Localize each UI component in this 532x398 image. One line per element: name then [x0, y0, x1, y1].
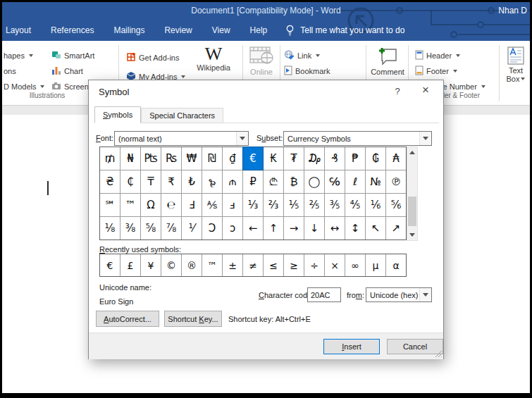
symbol-cell[interactable]: ₼	[223, 170, 242, 193]
symbol-cell[interactable]: Ⅎ	[182, 194, 202, 216]
recent-symbol-cell[interactable]: ©	[161, 254, 181, 276]
ribbon-tab[interactable]: Layout	[2, 20, 41, 41]
symbol-cell[interactable]: €	[243, 147, 263, 170]
symbol-cell[interactable]: ₩	[182, 147, 202, 170]
font-select[interactable]: (normal text)	[114, 131, 249, 146]
symbol-cell[interactable]: ◯	[304, 170, 324, 193]
symbol-cell[interactable]: ⅝	[141, 217, 161, 240]
symbol-cell[interactable]: ₰	[325, 147, 345, 170]
recent-symbol-cell[interactable]: µ	[366, 254, 385, 276]
symbol-cell[interactable]: ↓	[304, 217, 324, 240]
footer-button[interactable]: Footer	[415, 66, 457, 77]
symbol-cell[interactable]: ₲	[366, 147, 385, 170]
recent-symbol-cell[interactable]: ÷	[304, 254, 324, 276]
symbol-cell[interactable]: ™	[120, 194, 140, 216]
symbol-cell[interactable]: ₵	[120, 170, 140, 193]
symbol-cell[interactable]: ←	[243, 217, 263, 240]
symbol-cell[interactable]: ₹	[161, 170, 181, 193]
symbol-cell[interactable]: ↖	[366, 217, 385, 240]
text-box-button[interactable]: Text Box	[502, 46, 530, 83]
symbol-cell[interactable]: ₮	[284, 147, 304, 170]
chart-button[interactable]: Chart	[51, 66, 83, 77]
wikipedia-button[interactable]: W Wikipedia	[191, 45, 236, 72]
symbol-cell[interactable]: ⅛	[100, 217, 120, 240]
shortcut-key-button[interactable]: Shortcut Key...	[164, 311, 222, 327]
comment-button[interactable]: Comment	[369, 45, 407, 76]
symbol-cell[interactable]: ℗	[386, 170, 406, 193]
symbol-cell[interactable]: ℮	[161, 194, 181, 216]
symbol-cell[interactable]: ℓ	[345, 170, 365, 193]
symbol-cell[interactable]: ⅘	[345, 194, 365, 216]
scrollbar-thumb[interactable]	[408, 197, 416, 226]
symbol-cell[interactable]: ⅚	[386, 194, 406, 216]
from-select[interactable]: Unicode (hex)	[366, 287, 432, 302]
symbol-cell[interactable]: ₱	[345, 147, 365, 170]
symbol-cell[interactable]: ₽	[243, 170, 263, 193]
tab-special-characters[interactable]: Special Characters	[141, 108, 223, 123]
symbol-cell[interactable]: ₦	[120, 147, 140, 170]
symbol-cell[interactable]: ₨	[161, 147, 181, 170]
close-button[interactable]: ×	[419, 83, 433, 97]
symbol-cell[interactable]: ⅖	[304, 194, 324, 216]
account-name[interactable]: Nhan D	[498, 6, 527, 15]
recent-symbol-cell[interactable]: €	[100, 254, 120, 276]
recent-symbol-cell[interactable]: £	[120, 254, 140, 276]
insert-button[interactable]: Insert	[323, 339, 380, 354]
recent-symbol-cell[interactable]: ™	[202, 254, 222, 276]
symbol-cell[interactable]: ₭	[264, 147, 283, 170]
symbol-cell[interactable]: ⅙	[366, 194, 385, 216]
ribbon-tab[interactable]: View	[202, 20, 240, 41]
resize-grip[interactable]	[434, 349, 443, 358]
tell-me-box[interactable]: Tell me what you want to do	[300, 25, 404, 35]
symbol-cell[interactable]: ⅞	[161, 217, 181, 240]
symbol-cell[interactable]: ℠	[100, 194, 120, 216]
symbol-cell[interactable]: ↑	[264, 217, 283, 240]
autocorrect-button[interactable]: AutoCorrect...	[96, 311, 159, 327]
symbol-cell[interactable]: ℅	[325, 170, 345, 193]
help-button[interactable]: ?	[392, 86, 403, 97]
ribbon-tab[interactable]: References	[41, 20, 104, 41]
symbol-cell[interactable]: ⅜	[120, 217, 140, 240]
icons-button[interactable]: ons	[4, 66, 16, 77]
symbol-cell[interactable]: ₻	[202, 170, 222, 193]
symbol-cell[interactable]: ₿	[284, 170, 304, 193]
symbol-cell[interactable]: ₸	[141, 170, 161, 193]
symbol-cell[interactable]: ₧	[141, 147, 161, 170]
symbol-cell[interactable]: ₾	[264, 170, 283, 193]
recent-symbol-cell[interactable]: α	[386, 254, 406, 276]
symbol-cell[interactable]: ↗	[386, 217, 406, 240]
get-add-ins-button[interactable]: Get Add-ins	[126, 52, 179, 63]
symbol-cell[interactable]: ⅎ	[223, 194, 242, 216]
symbol-cell[interactable]: ⅕	[284, 194, 304, 216]
symbol-cell[interactable]: Ↄ	[202, 217, 222, 240]
recent-symbol-cell[interactable]: ×	[325, 254, 345, 276]
symbol-cell[interactable]: ⅓	[243, 194, 263, 216]
link-button[interactable]: Link	[284, 50, 320, 61]
symbol-cell[interactable]: →	[284, 217, 304, 240]
symbol-cell[interactable]: ⅗	[325, 194, 345, 216]
recent-symbol-cell[interactable]: ≥	[284, 254, 304, 276]
tab-symbols[interactable]: Symbols	[94, 106, 141, 123]
character-code-input[interactable]	[307, 287, 341, 302]
recent-symbol-cell[interactable]: ≠	[243, 254, 263, 276]
symbol-cell[interactable]: ₪	[202, 147, 222, 170]
symbol-cell[interactable]: ₺	[182, 170, 202, 193]
online-video-button[interactable]: Online	[245, 45, 278, 76]
symbol-cell[interactable]: ↕	[345, 217, 365, 240]
ribbon-tab[interactable]: Mailings	[104, 20, 154, 41]
symbol-cell[interactable]: ⅍	[202, 194, 222, 216]
symbol-cell[interactable]: ₥	[100, 147, 120, 170]
bookmark-button[interactable]: Bookmark	[284, 66, 330, 77]
header-button[interactable]: Header	[415, 50, 460, 61]
symbol-cell[interactable]: ₫	[223, 147, 242, 170]
recent-symbol-cell[interactable]: ®	[182, 254, 202, 276]
symbol-cell[interactable]: ⅟	[182, 217, 202, 240]
recent-symbol-cell[interactable]: ±	[223, 254, 242, 276]
symbol-cell[interactable]: ↔	[325, 217, 345, 240]
symbol-cell[interactable]: Ω	[141, 194, 161, 216]
smartart-button[interactable]: SmartArt	[51, 50, 94, 61]
symbol-cell[interactable]: ⅔	[264, 194, 283, 216]
recent-symbol-cell[interactable]: ¥	[141, 254, 161, 276]
recent-symbol-cell[interactable]: ≤	[264, 254, 283, 276]
symbol-cell[interactable]: ₴	[100, 170, 120, 193]
